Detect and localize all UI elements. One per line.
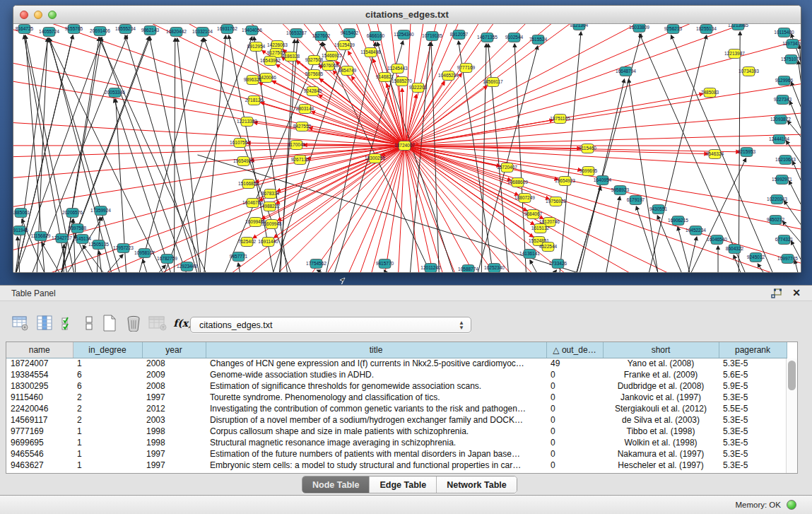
graph-node[interactable]: 12444194 (769, 135, 789, 144)
selection-mode-icon[interactable] (82, 313, 96, 333)
graph-node[interactable]: 8215953 (738, 148, 756, 157)
graph-node[interactable]: 10588774 (458, 265, 478, 274)
graph-node[interactable]: 9102544 (505, 33, 524, 42)
graph-node[interactable]: 8164725 (16, 25, 34, 34)
column-header-name[interactable]: name (6, 342, 73, 358)
graph-node[interactable]: 15751074 (781, 55, 801, 64)
table-row[interactable]: 977716911998Corpus callosum shape and si… (6, 426, 787, 437)
graph-node[interactable]: 19654923 (555, 177, 575, 186)
show-columns-icon[interactable] (34, 313, 55, 333)
graph-node[interactable]: 1885061 (13, 209, 30, 218)
graph-node[interactable]: 16543962 (260, 57, 281, 66)
graph-node[interactable]: 15720407 (497, 163, 517, 173)
graph-node[interactable]: 18555234 (115, 25, 136, 34)
table-row[interactable]: 1938455462009Genome-wide association stu… (6, 369, 787, 380)
column-header-in_degree[interactable]: in_degree (73, 342, 142, 358)
tab-edge-table[interactable]: Edge Table (370, 477, 437, 493)
graph-node[interactable]: 1527602 (312, 32, 331, 41)
scrollbar-thumb[interactable] (788, 361, 796, 390)
graph-node[interactable]: 12213383 (237, 117, 257, 127)
graph-node[interactable]: 19756928 (546, 197, 566, 206)
graph-node[interactable]: 12213987 (724, 49, 745, 59)
graph-node[interactable]: 18807249 (514, 194, 535, 203)
tab-node-table[interactable]: Node Table (302, 477, 370, 493)
graph-node[interactable]: 16820442 (166, 28, 187, 37)
table-row[interactable]: 1830029562008Estimation of significance … (6, 380, 787, 392)
graph-node[interactable]: 7485083 (701, 88, 719, 98)
graph-node[interactable]: 12213985 (728, 24, 748, 30)
graph-node[interactable]: 19404056 (242, 26, 262, 35)
graph-node[interactable]: 9450212 (767, 216, 785, 225)
graph-node[interactable]: 9115460 (579, 144, 596, 153)
graph-node[interactable]: 9896324 (244, 76, 262, 85)
citation-graph[interactable]: 8912954142260639127505165439628186328932… (13, 24, 801, 273)
graph-node[interactable]: 18751105 (550, 115, 570, 124)
graph-node[interactable]: 9430551 (649, 205, 668, 214)
graph-node[interactable]: 20053346 (105, 88, 125, 98)
graph-node[interactable]: 8912057 (450, 30, 469, 40)
graph-node[interactable]: 1615132 (531, 224, 550, 233)
graph-node[interactable]: 14569117 (483, 78, 503, 87)
graph-node[interactable]: 4522544 (539, 243, 558, 252)
graph-node[interactable]: 9256213 (664, 25, 683, 34)
graph-node[interactable]: 8186328 (282, 52, 300, 62)
graph-node[interactable]: 26676068 (318, 62, 339, 71)
graph-node[interactable]: 10688609 (507, 178, 528, 187)
graph-node[interactable]: 16906215 (668, 216, 688, 226)
close-panel-icon[interactable]: ✕ (792, 287, 801, 298)
graph-node[interactable]: 8912954 (247, 42, 266, 52)
graph-node[interactable]: 16107553 (230, 139, 250, 148)
graph-node[interactable]: 9862143 (141, 26, 160, 35)
graph-node[interactable]: 10734393 (739, 67, 759, 76)
graph-node[interactable]: 17754562 (306, 259, 326, 269)
graph-node[interactable]: 9129966 (775, 76, 794, 86)
graph-node[interactable]: 16046540 (707, 235, 727, 245)
graph-node[interactable]: 11156829 (31, 232, 51, 241)
graph-node[interactable]: 10115480 (774, 28, 794, 37)
graph-node[interactable]: 10332104 (192, 28, 213, 37)
tab-network-table[interactable]: Network Table (437, 477, 517, 493)
table-row[interactable]: 969969511998Structural magnetic resonanc… (6, 437, 787, 448)
graph-node[interactable]: 9457771 (230, 252, 248, 262)
float-panel-icon[interactable] (771, 288, 782, 299)
graph-node[interactable]: 3911945 (13, 226, 28, 235)
graph-node[interactable]: 10465234 (438, 71, 459, 81)
network-canvas[interactable]: 8912954142260639127505165439628186328932… (13, 24, 801, 273)
graph-node[interactable]: 14136141 (519, 250, 540, 259)
table-row[interactable]: 1456911722003Disruption of a novel membe… (6, 414, 787, 426)
table-row[interactable]: 2242004622012Investigating the contribut… (6, 403, 787, 414)
graph-node[interactable]: 9155765 (65, 25, 83, 34)
graph-node[interactable]: 9684067 (524, 210, 543, 219)
graph-node[interactable]: 9546324 (706, 150, 724, 159)
graph-node[interactable]: 5958923 (611, 186, 630, 195)
graph-node[interactable]: 6179197 (627, 196, 645, 205)
graph-node[interactable]: 9699695 (579, 167, 598, 176)
graph-node[interactable]: 17359924 (90, 206, 111, 216)
table-row[interactable]: 946554611997Estimation of the future num… (6, 448, 787, 460)
delete-trash-icon[interactable] (123, 313, 144, 333)
graph-node[interactable]: 6466160 (367, 32, 385, 41)
table-scrollbar[interactable] (786, 358, 797, 473)
graph-node[interactable]: 10452234 (686, 226, 706, 235)
graph-node[interactable]: 16210643 (775, 156, 796, 165)
table-row[interactable]: 911546021997Tourette syndrome. Phenomeno… (6, 392, 787, 403)
graph-node[interactable]: 9415770 (376, 259, 394, 269)
graph-node[interactable]: 9227343 (774, 95, 792, 105)
graph-node[interactable]: 16033809 (629, 24, 649, 33)
graph-node[interactable]: 8604322 (726, 245, 744, 254)
graph-node[interactable]: 10653287 (286, 29, 307, 38)
graph-node[interactable]: 9245012 (747, 253, 765, 262)
network-window[interactable]: citations_edges.txt 89129541422606391275… (13, 5, 801, 273)
graph-node[interactable]: 10958107 (134, 249, 155, 258)
graph-node[interactable]: 15166852 (238, 180, 259, 189)
select-all-icon[interactable] (58, 313, 79, 333)
graph-node[interactable]: 2803144 (296, 105, 314, 114)
graph-node[interactable]: 9170041 (288, 141, 306, 150)
graph-node[interactable]: 12011240 (420, 264, 441, 273)
table-selector-dropdown[interactable]: citations_edges.txt ▲▼ (190, 317, 471, 333)
graph-node[interactable]: 14671355 (477, 33, 498, 42)
graph-node[interactable]: 14055724 (39, 28, 59, 37)
graph-node[interactable]: 9397588 (69, 224, 87, 233)
graph-node[interactable]: 9415402 (341, 29, 359, 38)
graph-node[interactable]: 11254340 (394, 30, 414, 40)
